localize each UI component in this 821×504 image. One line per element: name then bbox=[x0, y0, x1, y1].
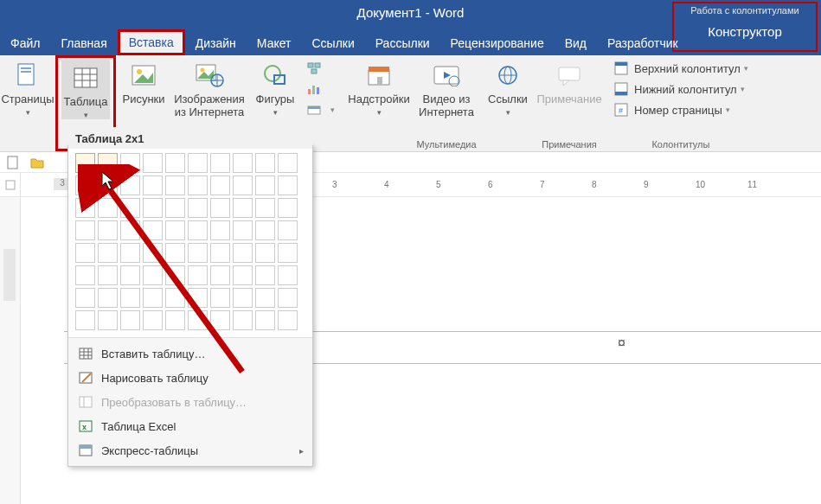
grid-cell[interactable] bbox=[75, 288, 95, 308]
grid-cell[interactable] bbox=[75, 265, 95, 285]
quick-tables-item[interactable]: Экспресс-таблицы ▸ bbox=[68, 438, 312, 463]
grid-cell[interactable] bbox=[188, 198, 208, 218]
tab-design[interactable]: Дизайн bbox=[185, 31, 247, 55]
grid-cell[interactable] bbox=[75, 198, 95, 218]
grid-cell[interactable] bbox=[278, 310, 298, 330]
grid-cell[interactable] bbox=[188, 265, 208, 285]
grid-cell[interactable] bbox=[75, 153, 95, 173]
grid-cell[interactable] bbox=[233, 243, 253, 263]
grid-cell[interactable] bbox=[255, 288, 275, 308]
grid-cell[interactable] bbox=[233, 220, 253, 240]
grid-cell[interactable] bbox=[143, 243, 163, 263]
grid-cell[interactable] bbox=[278, 175, 298, 195]
grid-cell[interactable] bbox=[210, 288, 230, 308]
grid-cell[interactable] bbox=[210, 243, 230, 263]
grid-cell[interactable] bbox=[233, 153, 253, 173]
shapes-button[interactable]: Фигуры ▾ bbox=[251, 57, 299, 117]
excel-table-item[interactable]: x Таблица Excel bbox=[68, 414, 312, 438]
grid-cell[interactable] bbox=[143, 310, 163, 330]
grid-cell[interactable] bbox=[255, 265, 275, 285]
table-button[interactable]: Таблица ▾ bbox=[61, 60, 110, 119]
contextual-tab-header-footer[interactable]: Работа с колонтитулами Конструктор bbox=[672, 2, 818, 52]
grid-cell[interactable] bbox=[165, 220, 185, 240]
tab-references[interactable]: Ссылки bbox=[301, 31, 364, 55]
grid-cell[interactable] bbox=[165, 265, 185, 285]
grid-cell[interactable] bbox=[210, 175, 230, 195]
grid-cell[interactable] bbox=[143, 265, 163, 285]
footer-button[interactable]: Нижний колонтитул ▾ bbox=[610, 80, 752, 99]
grid-cell[interactable] bbox=[143, 288, 163, 308]
grid-cell[interactable] bbox=[188, 243, 208, 263]
grid-cell[interactable] bbox=[75, 175, 95, 195]
grid-cell[interactable] bbox=[188, 220, 208, 240]
tab-mailings[interactable]: Рассылки bbox=[365, 31, 440, 55]
grid-cell[interactable] bbox=[165, 175, 185, 195]
grid-cell[interactable] bbox=[278, 243, 298, 263]
tab-developer[interactable]: Разработчик bbox=[597, 31, 689, 55]
insert-table-item[interactable]: Вставить таблицу… bbox=[68, 341, 312, 366]
online-pictures-button[interactable]: Изображения из Интернета bbox=[168, 57, 251, 119]
grid-cell[interactable] bbox=[120, 243, 140, 263]
grid-cell[interactable] bbox=[75, 243, 95, 263]
vertical-ruler[interactable] bbox=[0, 197, 21, 504]
links-button[interactable]: Ссылки ▾ bbox=[484, 57, 532, 117]
header-button[interactable]: Верхний колонтитул ▾ bbox=[610, 59, 752, 78]
grid-cell[interactable] bbox=[233, 310, 253, 330]
grid-cell[interactable] bbox=[75, 310, 95, 330]
grid-cell[interactable] bbox=[143, 153, 163, 173]
grid-cell[interactable] bbox=[233, 175, 253, 195]
grid-cell[interactable] bbox=[255, 153, 275, 173]
grid-cell[interactable] bbox=[98, 220, 118, 240]
grid-cell[interactable] bbox=[120, 265, 140, 285]
grid-cell[interactable] bbox=[143, 198, 163, 218]
tab-insert[interactable]: Вставка bbox=[118, 29, 185, 55]
online-video-button[interactable]: Видео из Интернета bbox=[416, 57, 477, 119]
tab-view[interactable]: Вид bbox=[555, 31, 597, 55]
grid-cell[interactable] bbox=[188, 310, 208, 330]
grid-cell[interactable] bbox=[98, 310, 118, 330]
grid-cell[interactable] bbox=[233, 198, 253, 218]
grid-cell[interactable] bbox=[233, 288, 253, 308]
grid-cell[interactable] bbox=[210, 198, 230, 218]
grid-cell[interactable] bbox=[120, 175, 140, 195]
screenshot-button[interactable]: ▾ bbox=[303, 100, 338, 119]
grid-cell[interactable] bbox=[98, 243, 118, 263]
grid-cell[interactable] bbox=[210, 310, 230, 330]
grid-cell[interactable] bbox=[210, 220, 230, 240]
grid-cell[interactable] bbox=[120, 310, 140, 330]
pictures-button[interactable]: Рисунки bbox=[119, 57, 168, 106]
grid-cell[interactable] bbox=[278, 220, 298, 240]
tab-review[interactable]: Рецензирование bbox=[440, 31, 555, 55]
new-doc-icon[interactable] bbox=[5, 155, 21, 170]
grid-cell[interactable] bbox=[278, 288, 298, 308]
grid-cell[interactable] bbox=[143, 175, 163, 195]
grid-cell[interactable] bbox=[120, 153, 140, 173]
pages-button[interactable]: Страницы ▾ bbox=[3, 57, 52, 117]
grid-cell[interactable] bbox=[75, 220, 95, 240]
grid-cell[interactable] bbox=[255, 243, 275, 263]
grid-cell[interactable] bbox=[188, 175, 208, 195]
grid-cell[interactable] bbox=[278, 198, 298, 218]
grid-cell[interactable] bbox=[98, 265, 118, 285]
grid-cell[interactable] bbox=[98, 175, 118, 195]
grid-cell[interactable] bbox=[188, 288, 208, 308]
page-number-button[interactable]: # Номер страницы ▾ bbox=[610, 100, 752, 119]
grid-cell[interactable] bbox=[255, 310, 275, 330]
grid-cell[interactable] bbox=[165, 310, 185, 330]
grid-cell[interactable] bbox=[120, 198, 140, 218]
grid-cell[interactable] bbox=[210, 265, 230, 285]
grid-cell[interactable] bbox=[255, 198, 275, 218]
grid-cell[interactable] bbox=[165, 153, 185, 173]
grid-cell[interactable] bbox=[278, 265, 298, 285]
grid-cell[interactable] bbox=[98, 198, 118, 218]
grid-cell[interactable] bbox=[233, 265, 253, 285]
grid-cell[interactable] bbox=[165, 288, 185, 308]
grid-cell[interactable] bbox=[165, 198, 185, 218]
open-icon[interactable] bbox=[29, 155, 45, 170]
grid-cell[interactable] bbox=[98, 153, 118, 173]
chart-button[interactable] bbox=[303, 80, 338, 99]
grid-cell[interactable] bbox=[255, 175, 275, 195]
grid-cell[interactable] bbox=[98, 288, 118, 308]
smartart-button[interactable] bbox=[303, 59, 338, 78]
grid-cell[interactable] bbox=[120, 220, 140, 240]
